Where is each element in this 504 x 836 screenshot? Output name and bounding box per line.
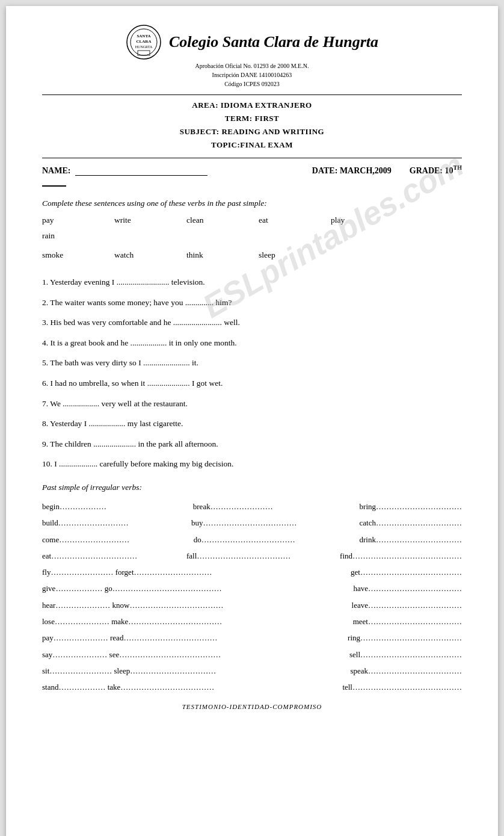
name-field: NAME: [42,165,207,176]
term-line: TERM: FIRST [42,112,462,125]
sentence-6: 6. I had no umbrella, so when it .......… [42,377,462,390]
irr-meet: meet……………………………… [353,613,462,630]
sentence-4: 4. It is a great book and he ...........… [42,336,462,350]
verb-list-row2: smoke watch think sleep [42,250,462,266]
school-logo: SANTA CLARA HUNGRTA [126,24,162,60]
verb-rain: rain [42,231,114,241]
irr-do: do……………………………… [194,531,295,548]
sentence-2: 2. The waiter wants some money; have you… [42,296,462,309]
sentence-8: 8. Yesterday I .................. my las… [42,417,462,430]
area-line: AREA: IDIOMA EXTRANJERO [42,99,462,112]
irr-come: come……………………… [42,531,129,548]
irr-buy: buy……………………………… [191,515,297,531]
header: SANTA CLARA HUNGRTA Colegio Santa Clara … [42,24,462,88]
date-label: DATE: MARCH,2009 [312,166,392,176]
verb-think: think [186,250,259,260]
divider-top [42,94,462,95]
sentence-5: 5. The bath was very dirty so I ........… [42,356,462,370]
irr-stand-take: stand……………… take……………………………… [42,679,214,695]
irr-bring: bring…………………………… [360,498,462,515]
verb-write: write [114,215,186,225]
divider-bottom [42,158,462,158]
irr-sit-sleep: sit…………………… sleep…………………………… [42,663,216,679]
irr-leave: leave……………………………… [352,597,462,613]
sentence-7: 7. We .................. very well at th… [42,397,462,410]
header-approval: Aprobación Oficial No. 01293 de 2000 M.E… [195,61,309,88]
verb-eat: eat [259,215,331,225]
name-underline [75,165,207,176]
verb-watch: watch [114,250,186,260]
irr-give-go: give……………… go…………………………………… [42,580,222,596]
irr-fall: fall……………………………… [186,548,290,564]
doc-info: AREA: IDIOMA EXTRANJERO TERM: FIRST SUBJ… [42,99,462,152]
subject-line: SUBJECT: READING AND WRITIING [42,125,462,138]
grade-label: GRADE: 10TH [410,164,462,176]
verb-play: play [331,215,403,225]
verb-smoke: smoke [42,250,114,260]
irr-sell: sell………………………………… [349,646,462,663]
name-label: NAME: [42,166,70,176]
footer-text: TESTIMONIO-IDENTIDAD-COMPROMISO [42,703,462,710]
verb-list-row1: pay write clean eat play rain [42,215,462,247]
name-underline-short [42,185,66,187]
verb-sleep: sleep [259,250,331,260]
irr-catch: catch…………………………… [360,515,462,531]
irr-build: build……………………… [42,515,129,531]
irr-pay-read: pay………………… read……………………………… [42,630,217,646]
irr-eat: eat…………………………… [42,548,137,564]
irregular-verbs-section: begin……………… break…………………… bring………………………… [42,498,462,696]
svg-text:SANTA: SANTA [137,34,150,39]
irr-ring: ring………………………………… [348,630,462,646]
irr-break: break…………………… [193,498,273,515]
topic-line: TOPIC:FINAL EXAM [42,138,462,152]
svg-text:CLARA: CLARA [136,39,151,44]
header-top: SANTA CLARA HUNGRTA Colegio Santa Clara … [126,24,378,60]
verb-pay: pay [42,215,114,225]
irr-tell: tell…………………………………… [342,679,462,695]
section2-title: Past simple of irregular verbs: [42,483,462,492]
svg-text:HUNGRTA: HUNGRTA [135,45,153,49]
irr-lose-make: lose………………… make……………………………… [42,613,222,630]
sentence-10: 10. I ................... carefully befo… [42,457,462,471]
exam-page: ESLprintables.com SANTA CLARA HUNGRTA Co… [6,6,498,836]
irr-drink: drink…………………………… [360,531,462,548]
school-name: Colegio Santa Clara de Hungrta [169,33,378,51]
sentence-9: 9. The children ..................... in… [42,438,462,451]
instruction-text: Complete these sentences using one of th… [42,199,462,208]
verb-clean: clean [186,215,259,225]
sentences-section: 1. Yesterday evening I .................… [42,276,462,471]
irr-find: find…………………………………… [340,548,462,564]
sentence-3: 3. His bed was very comfortable and he .… [42,316,462,329]
sentence-1: 1. Yesterday evening I .................… [42,276,462,289]
irr-get: get………………………………… [351,564,462,580]
irr-say-see: say………………… see………………………………… [42,646,221,663]
name-date-row: NAME: DATE: MARCH,2009 GRADE: 10TH [42,164,462,176]
irr-speak: speak……………………………… [350,663,462,679]
irr-begin: begin……………… [42,498,106,515]
irr-hear-know: hear………………… know……………………………… [42,597,224,613]
irr-fly-forget: fly…………………… forget………………………… [42,564,212,580]
date-grade: DATE: MARCH,2009 GRADE: 10TH [312,164,462,176]
irr-have: have……………………………… [353,580,462,596]
